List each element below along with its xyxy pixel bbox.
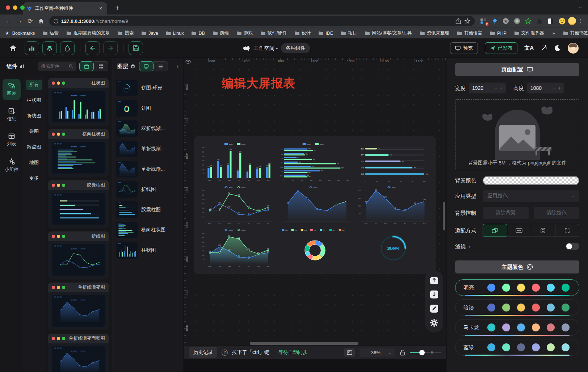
zoom-slider[interactable] xyxy=(410,352,441,353)
history-button[interactable]: 历史记录 xyxy=(189,347,217,358)
browser-profile-avatar[interactable] xyxy=(568,17,576,25)
vertical-scrollbar[interactable] xyxy=(443,202,445,230)
bookmark-folder[interactable]: 其他语言 xyxy=(457,30,482,36)
back-icon[interactable]: ← xyxy=(3,16,14,26)
canvas-chart-hbars[interactable]: 050100150200250300350Sun130160Sat110117F… xyxy=(277,141,353,183)
help-icon[interactable]: ? xyxy=(222,350,228,356)
bookmark-folder[interactable]: DB xyxy=(191,31,205,36)
sidebar-item-2[interactable]: A信息 xyxy=(3,104,21,125)
increment-icon[interactable]: + xyxy=(558,85,561,91)
canvas-chart-donut[interactable]: MonTueWedThuFriSatSun xyxy=(277,227,353,269)
preview-button[interactable]: 预览 xyxy=(450,42,478,54)
canvas-chart-line1[interactable]: data1 xyxy=(277,184,353,226)
new-tab-button[interactable]: + xyxy=(112,1,122,14)
address-bar[interactable]: 127.0.0.1:3000/#/chart/home/9 xyxy=(49,16,475,26)
layers-panel-toggle-button[interactable] xyxy=(42,41,57,55)
lock-icon[interactable] xyxy=(400,350,405,356)
category-item[interactable]: 所有 xyxy=(26,80,42,90)
bookmark-folder[interactable]: PHP xyxy=(490,31,507,36)
layer-thumbnail-view-toggle[interactable] xyxy=(139,61,154,71)
bookmark-folder[interactable]: Java xyxy=(141,31,158,36)
zoom-select[interactable]: 36%⌄ xyxy=(360,348,395,357)
sidebar-item-1[interactable]: 图表 xyxy=(3,79,21,100)
increment-icon[interactable]: + xyxy=(500,85,503,91)
chart-panel-toggle-button[interactable] xyxy=(25,41,39,55)
redo-button[interactable] xyxy=(103,41,118,55)
fit-width-option[interactable] xyxy=(507,224,532,237)
search-input[interactable]: 搜索组件 xyxy=(38,62,76,71)
theme-row[interactable]: 暗淡 xyxy=(455,299,579,316)
category-item[interactable]: 散点图 xyxy=(27,142,41,152)
filter-toggle[interactable] xyxy=(566,243,579,250)
browser-tab[interactable]: 工作空间-各种组件 × xyxy=(23,2,107,14)
app-type-select[interactable]: 应用颜色⌄ xyxy=(483,190,579,202)
forward-icon[interactable]: → xyxy=(14,16,25,26)
site-info-icon[interactable] xyxy=(54,19,58,24)
bookmark-folder[interactable]: Linux xyxy=(166,31,184,36)
bookmark-folder[interactable]: 前端 xyxy=(213,30,229,36)
canvas-chart-line1[interactable]: 50100150200MonTueWedThuFriSatSun12020015… xyxy=(355,184,432,226)
theme-row[interactable]: 明亮 xyxy=(455,279,579,296)
canvas-chart-ring[interactable]: 25.00% xyxy=(355,227,432,269)
home-icon[interactable] xyxy=(35,16,46,26)
bookmark-folder[interactable]: 游戏 xyxy=(236,30,253,36)
ruler-eye-icon[interactable] xyxy=(184,58,192,65)
import-icon[interactable] xyxy=(429,289,440,300)
extension-avatar-icon[interactable] xyxy=(558,17,566,25)
bookmark-folder[interactable]: 项目 xyxy=(341,30,357,36)
details-panel-toggle-button[interactable] xyxy=(60,41,75,55)
layer-item[interactable]: 折线图 xyxy=(116,181,180,198)
extension-kite-icon[interactable] xyxy=(491,17,498,25)
fit-stretch-option[interactable] xyxy=(555,224,580,237)
chevron-right-icon[interactable]: › xyxy=(469,244,470,249)
bookmark-star-icon[interactable] xyxy=(465,18,470,24)
component-card[interactable]: 单折线渐变面积图 xyxy=(48,334,109,372)
dark-mode-moon-icon[interactable] xyxy=(554,45,561,51)
bookmark-folder[interactable]: 网站/博客/文章/工具 xyxy=(365,30,412,36)
component-card[interactable]: 柱状图 xyxy=(48,78,109,126)
layer-item[interactable]: 柱状图 xyxy=(116,242,180,259)
layer-item[interactable]: 单折线渐... xyxy=(116,141,180,157)
bookmark-folder[interactable]: 设计 xyxy=(294,30,311,36)
component-card[interactable]: 折线图 xyxy=(48,231,109,279)
extension-circle2-icon[interactable] xyxy=(513,17,521,25)
layer-item[interactable]: 胶囊柱图 xyxy=(116,201,180,218)
language-icon[interactable]: 文A xyxy=(524,45,534,51)
category-item[interactable]: 折线图 xyxy=(27,111,41,121)
zoom-window-button[interactable] xyxy=(20,5,25,10)
layer-item[interactable]: 25.00%饼图-环形 xyxy=(116,80,180,96)
layer-item[interactable]: 双折线渐... xyxy=(116,120,180,137)
category-item[interactable]: 地图 xyxy=(29,158,39,168)
width-input[interactable]: 1920−+ xyxy=(469,83,506,93)
publish-button[interactable]: 已发布 xyxy=(485,42,518,54)
canvas-chart-area2[interactable]: 50100150200250300350MonTueWedThuFriSatSu… xyxy=(198,227,275,269)
other-bookmarks-folder[interactable]: 其他书签 xyxy=(563,30,588,36)
magic-wand-icon[interactable] xyxy=(541,45,547,51)
bookmark-folder[interactable]: 运营 xyxy=(42,30,59,36)
bookmarks-label[interactable]: Bookmarks xyxy=(12,31,35,36)
tab-close-icon[interactable]: × xyxy=(98,5,104,11)
bookmark-folder[interactable]: 文件服务器 xyxy=(514,30,544,36)
reload-icon[interactable]: ⟳ xyxy=(25,16,35,26)
user-avatar[interactable] xyxy=(568,43,579,54)
bookmark-folder[interactable]: 软件/硬件 xyxy=(260,30,287,36)
category-item[interactable]: 柱状图 xyxy=(27,95,41,105)
component-card[interactable]: 单折线渐变图 xyxy=(48,283,109,330)
extension-circle1-icon[interactable]: ⌘ xyxy=(502,17,509,25)
theme-row[interactable]: 蓝绿 xyxy=(455,339,579,356)
theme-row[interactable]: 马卡龙 xyxy=(455,319,579,336)
canvas-chart-bars[interactable]: 50100150200250300350Mon120130Tue200130We… xyxy=(198,141,275,183)
background-upload-dropzone[interactable]: 背景图需小于 5M ，格式为 png/jpg/gif 的文件 xyxy=(455,99,579,170)
extension-puzzle-icon[interactable] xyxy=(536,17,543,25)
app-home-icon[interactable] xyxy=(9,45,17,51)
decrement-icon[interactable]: − xyxy=(553,85,555,91)
edit-icon[interactable] xyxy=(429,303,440,314)
save-button[interactable] xyxy=(129,41,143,55)
clear-background-button[interactable]: 清除背景 xyxy=(483,207,529,219)
dashboard-board[interactable]: 50100150200250300350Mon120130Tue200130We… xyxy=(194,136,436,274)
category-item[interactable]: 更多 xyxy=(29,173,39,183)
canvas-chart-lines2[interactable]: 50100150200250300350MonTueWedThuFriSatSu… xyxy=(198,184,275,226)
workspace-name-pill[interactable]: 各种组件 xyxy=(281,43,310,53)
extension-reader-icon[interactable] xyxy=(547,17,554,25)
component-card[interactable]: 胶囊柱图 xyxy=(48,180,109,228)
